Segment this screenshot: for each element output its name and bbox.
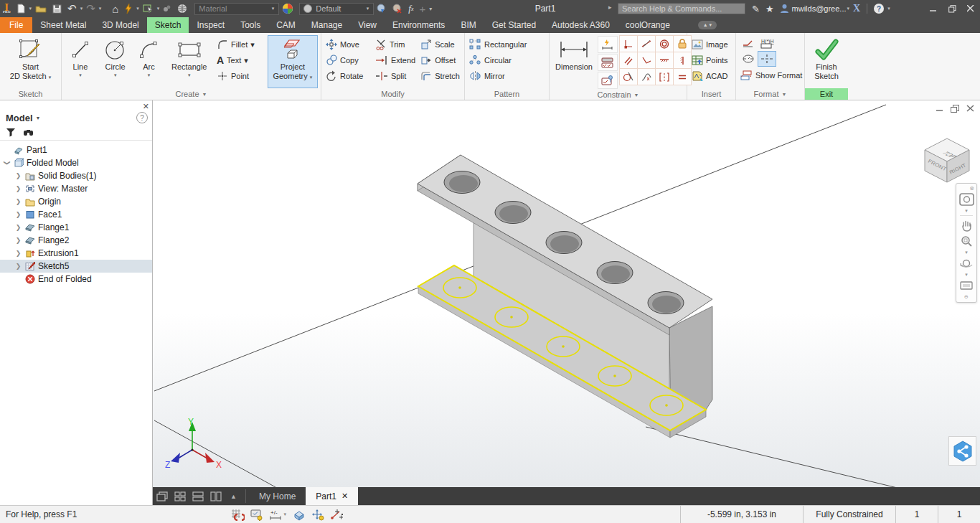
browser-help-icon[interactable]: ? [136, 112, 148, 123]
doc-minimize-icon[interactable] [936, 105, 943, 113]
mirror-button[interactable]: Mirror [468, 68, 528, 84]
add-qat-icon[interactable]: + [417, 1, 429, 16]
expander-icon[interactable]: ❯ [14, 185, 22, 192]
panel-label-constrain[interactable]: Constrain▼ [550, 90, 687, 100]
split-button[interactable]: Split [374, 68, 417, 84]
scale-button[interactable]: Scale [419, 37, 461, 52]
tree-item-sketch5[interactable]: ❯ Sketch5 [0, 260, 152, 273]
tab-cam[interactable]: CAM [268, 17, 303, 33]
concentric-constraint-button[interactable] [655, 35, 674, 52]
close-button[interactable] [961, 0, 980, 17]
tree-item-view-master[interactable]: ❯ View: Master [0, 182, 152, 195]
line-button[interactable]: Line▾ [65, 35, 96, 88]
driven-dimension-button[interactable]: H(*)H [758, 35, 776, 51]
cascade-windows-icon[interactable] [153, 487, 171, 505]
tab-bim[interactable]: BIM [453, 17, 484, 33]
horizontal-constraint-button[interactable] [655, 52, 674, 69]
appearance-dropdown[interactable]: Default▾ [299, 3, 374, 15]
navbar-more-icon[interactable]: ⊖ [964, 293, 969, 300]
move-button[interactable]: Move [324, 37, 372, 52]
orbit-icon[interactable] [956, 255, 976, 271]
tab-coolorange[interactable]: coolOrange [618, 17, 678, 33]
undo-icon[interactable]: ↶ [65, 1, 80, 16]
user-account[interactable]: mwilds@gree... [792, 4, 847, 13]
restore-button[interactable] [943, 0, 961, 17]
color-wheel-icon[interactable] [279, 1, 296, 16]
orbit-dropdown[interactable]: ▾ [965, 271, 968, 278]
tree-item-origin[interactable]: ❯ Origin [0, 195, 152, 208]
tile-horizontal-icon[interactable] [189, 487, 207, 505]
tab-my-home[interactable]: My Home [249, 487, 306, 505]
smooth-constraint-button[interactable] [637, 68, 656, 85]
snap-to-grid-icon[interactable] [231, 509, 245, 521]
stretch-button[interactable]: Offset [419, 52, 461, 68]
tree-item-extrusion1[interactable]: ❯ Extrusion1 [0, 247, 152, 260]
search-expander-icon[interactable]: ▸ [608, 4, 612, 11]
start-2d-sketch-button[interactable]: Start 2D Sketch ▾ [7, 35, 54, 88]
slice-graphics-icon[interactable] [292, 509, 306, 521]
expander-icon[interactable]: ❯ [14, 198, 22, 205]
copy-button[interactable]: Copy [324, 52, 372, 68]
minimize-button[interactable] [924, 0, 943, 17]
web-help-icon[interactable] [174, 1, 190, 16]
tab-environments[interactable]: Environments [385, 17, 453, 33]
tab-autodesk-a360[interactable]: Autodesk A360 [544, 17, 618, 33]
a360-share-button[interactable] [948, 436, 976, 466]
pan-hand-icon[interactable] [956, 217, 976, 233]
tree-item-flange2[interactable]: ❯ Flange2 [0, 234, 152, 247]
expander-icon[interactable]: ❯ [14, 224, 22, 231]
panel-label-format[interactable]: Format▼ [736, 88, 804, 100]
point-button[interactable]: Point [215, 68, 265, 84]
tab-view[interactable]: View [350, 17, 385, 33]
parallel-constraint-button[interactable] [619, 52, 638, 69]
tab-part1[interactable]: Part1 ✕ [306, 487, 358, 505]
help-dropdown[interactable]: ▾ [887, 6, 891, 11]
section-symbol-button[interactable] [739, 51, 758, 67]
browser-filter-icon[interactable] [6, 128, 16, 137]
qat-dropdown[interactable]: ▾ [428, 6, 433, 12]
tab-list-icon[interactable]: ▲ [225, 487, 242, 505]
expander-icon[interactable]: ❯ [14, 237, 22, 244]
tab-inspect[interactable]: Inspect [189, 17, 232, 33]
tile-windows-icon[interactable] [171, 487, 189, 505]
user-avatar-icon[interactable] [777, 1, 792, 16]
tab-close-icon[interactable]: ✕ [341, 491, 348, 501]
fillet-button[interactable]: Fillet▾ [215, 37, 265, 52]
look-at-icon[interactable] [956, 278, 976, 293]
tab-3d-model[interactable]: 3D Model [94, 17, 146, 33]
ribbon-collapse-button[interactable]: ▲ ▾ [698, 21, 717, 29]
exchange-apps-icon[interactable]: X [850, 1, 863, 16]
coincident-constraint-button[interactable] [619, 35, 638, 52]
dimension-display-icon[interactable]: +/-▾ [269, 509, 286, 521]
trim-button[interactable]: Trim [374, 37, 417, 52]
search-input[interactable] [618, 3, 745, 14]
rotate-button[interactable]: Rotate [324, 68, 372, 84]
sketch-only-button[interactable] [739, 35, 758, 51]
expander-icon[interactable]: ❯ [14, 250, 22, 257]
tree-item-end-of-folded[interactable]: End of Folded [0, 273, 152, 286]
insert-image-button[interactable]: Image [690, 37, 730, 52]
show-format-button[interactable]: Show Format [739, 67, 804, 83]
navbar-close-icon[interactable]: ⊗ [969, 185, 974, 192]
browser-close-icon[interactable]: ✕ [143, 102, 149, 111]
viewcube[interactable]: TOP FRONT RIGHT [925, 138, 969, 182]
rectangle-button[interactable]: Rectangle▾ [166, 35, 213, 88]
tile-vertical-icon[interactable] [207, 487, 225, 505]
tree-item-part1[interactable]: Part1 [0, 143, 152, 156]
tab-get-started[interactable]: Get Started [484, 17, 544, 33]
rectangular-pattern-button[interactable]: Rectangular [468, 37, 528, 52]
sign-pen-icon[interactable]: ✎ [749, 1, 763, 16]
tab-sketch[interactable]: Sketch [147, 17, 189, 33]
zoom-dropdown[interactable]: ▾ [965, 249, 968, 255]
circular-pattern-button[interactable]: Circular [468, 52, 528, 68]
navigation-wheel-icon[interactable] [956, 192, 976, 207]
browser-title[interactable]: Model [6, 113, 33, 123]
expander-icon[interactable]: ❯ [14, 263, 22, 270]
dimension-button[interactable]: Dimension [552, 35, 595, 90]
sheet-metal-part[interactable] [418, 155, 712, 438]
constraint-settings-button[interactable] [598, 54, 618, 71]
tab-sheet-metal[interactable]: Sheet Metal [32, 17, 94, 33]
parameters-fx-icon[interactable]: fx [405, 1, 416, 16]
ilogic-lightning-icon[interactable] [121, 1, 136, 16]
doc-close-icon[interactable] [966, 105, 974, 113]
